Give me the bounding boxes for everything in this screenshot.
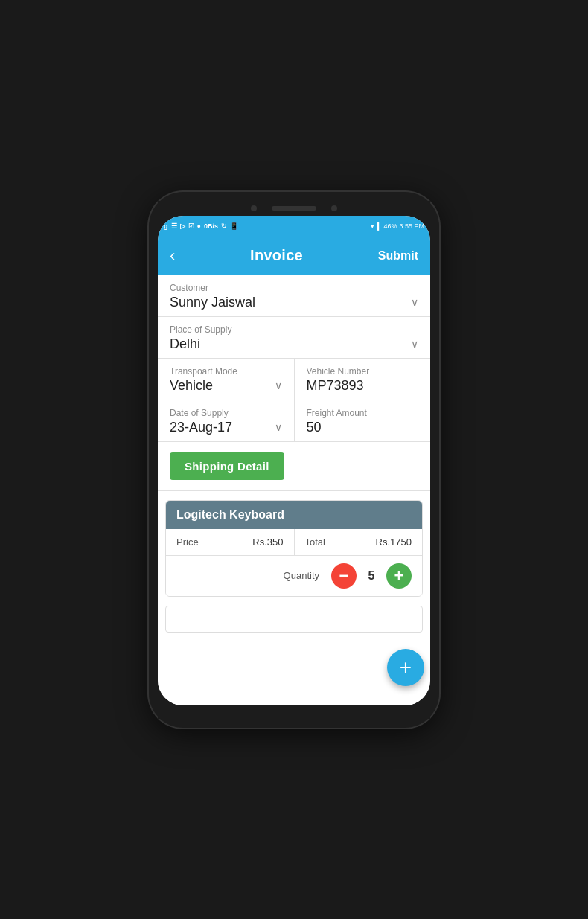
back-button[interactable]: ‹ bbox=[170, 246, 175, 266]
transport-vehicle-row: Transpoart Mode Vehicle ∨ Vehicle Number… bbox=[158, 359, 430, 400]
date-of-supply-field[interactable]: Date of Supply 23-Aug-17 ∨ bbox=[158, 400, 295, 441]
product-header: Logitech Keyboard bbox=[166, 501, 422, 529]
date-of-supply-label: Date of Supply bbox=[170, 408, 282, 418]
place-of-supply-label: Place of Supply bbox=[170, 324, 418, 335]
status-icon-dot: ● bbox=[197, 222, 201, 230]
phone-screen: g ☰ ▷ ☑ ● 0B/s ↻ 📱 ▾ ▌ 46% 3:55 PM ‹ Inv… bbox=[158, 216, 430, 705]
transport-mode-chevron-icon: ∨ bbox=[275, 380, 282, 391]
total-cell: Total Rs.1750 bbox=[295, 529, 423, 555]
transport-mode-field[interactable]: Transpoart Mode Vehicle ∨ bbox=[158, 359, 295, 400]
transport-mode-value-row: Vehicle ∨ bbox=[170, 378, 282, 394]
speaker bbox=[272, 206, 316, 211]
phone-shell: g ☰ ▷ ☑ ● 0B/s ↻ 📱 ▾ ▌ 46% 3:55 PM ‹ Inv… bbox=[149, 192, 439, 728]
qty-plus-button[interactable]: + bbox=[386, 563, 412, 589]
transport-mode-label: Transpoart Mode bbox=[170, 366, 282, 377]
date-of-supply-value: 23-Aug-17 bbox=[170, 420, 232, 435]
status-icon-phone: 📱 bbox=[230, 222, 238, 230]
qty-label: Quantity bbox=[284, 570, 319, 581]
status-wifi-icon: ▾ bbox=[371, 222, 374, 230]
date-of-supply-chevron-icon: ∨ bbox=[275, 421, 282, 433]
status-signal-icon: ▌ bbox=[377, 222, 381, 230]
status-right: ▾ ▌ 46% 3:55 PM bbox=[371, 222, 424, 230]
vehicle-number-value-row: MP73893 bbox=[307, 378, 419, 394]
shipping-btn-area: Shipping Detail bbox=[158, 442, 430, 491]
product-qty-row: Quantity − 5 + bbox=[166, 556, 422, 596]
phone-top-bar bbox=[158, 201, 430, 216]
product-price-row: Price Rs.350 Total Rs.1750 bbox=[166, 529, 422, 556]
bottom-stub bbox=[165, 606, 423, 633]
vehicle-number-value: MP73893 bbox=[307, 378, 364, 394]
status-left: g ☰ ▷ ☑ ● 0B/s ↻ 📱 bbox=[164, 222, 238, 230]
product-body: Price Rs.350 Total Rs.1750 Quantity − 5 … bbox=[166, 529, 422, 596]
customer-value: Sunny Jaiswal bbox=[170, 295, 255, 310]
product-name: Logitech Keyboard bbox=[176, 508, 284, 521]
qty-minus-button[interactable]: − bbox=[331, 563, 357, 589]
qty-value: 5 bbox=[364, 569, 379, 583]
vehicle-number-field[interactable]: Vehicle Number MP73893 bbox=[295, 359, 431, 400]
status-icon-msg: ☰ bbox=[171, 222, 177, 230]
place-of-supply-value: Delhi bbox=[170, 336, 200, 352]
date-of-supply-value-row: 23-Aug-17 ∨ bbox=[170, 420, 282, 435]
customer-label: Customer bbox=[170, 283, 418, 293]
camera-dot-right bbox=[331, 205, 337, 211]
freight-amount-value-row: 50 bbox=[307, 420, 419, 435]
place-of-supply-chevron-icon: ∨ bbox=[411, 338, 418, 350]
place-of-supply-value-row: Delhi ∨ bbox=[170, 336, 418, 352]
price-value: Rs.350 bbox=[252, 537, 283, 548]
place-of-supply-field[interactable]: Place of Supply Delhi ∨ bbox=[158, 317, 430, 359]
status-time: 3:55 PM bbox=[399, 222, 424, 230]
vehicle-number-label: Vehicle Number bbox=[307, 366, 419, 377]
submit-button[interactable]: Submit bbox=[378, 249, 418, 263]
status-bar: g ☰ ▷ ☑ ● 0B/s ↻ 📱 ▾ ▌ 46% 3:55 PM bbox=[158, 216, 430, 237]
price-label: Price bbox=[176, 537, 199, 548]
customer-value-row: Sunny Jaiswal ∨ bbox=[170, 295, 418, 310]
fab-add-button[interactable]: + bbox=[387, 649, 424, 686]
freight-amount-label: Freight Amount bbox=[307, 408, 419, 418]
freight-amount-value: 50 bbox=[307, 420, 322, 435]
shipping-detail-button[interactable]: Shipping Detail bbox=[170, 452, 284, 480]
date-freight-row: Date of Supply 23-Aug-17 ∨ Freight Amoun… bbox=[158, 400, 430, 442]
camera-dot bbox=[251, 205, 257, 211]
app-bar: ‹ Invoice Submit bbox=[158, 237, 430, 275]
app-title: Invoice bbox=[250, 247, 303, 264]
status-network: 0B/s bbox=[204, 222, 218, 230]
customer-chevron-icon: ∨ bbox=[411, 296, 418, 308]
status-icon-sync: ↻ bbox=[221, 222, 227, 230]
phone-bottom-bar bbox=[158, 705, 430, 719]
product-card: Logitech Keyboard Price Rs.350 Total Rs.… bbox=[165, 500, 423, 597]
transport-mode-value: Vehicle bbox=[170, 378, 213, 394]
total-label: Total bbox=[305, 537, 325, 548]
freight-amount-field[interactable]: Freight Amount 50 bbox=[295, 400, 431, 441]
status-icon-g: g bbox=[164, 222, 168, 230]
customer-field[interactable]: Customer Sunny Jaiswal ∨ bbox=[158, 275, 430, 317]
price-cell: Price Rs.350 bbox=[166, 529, 295, 555]
total-value: Rs.1750 bbox=[376, 537, 412, 548]
form-content: Customer Sunny Jaiswal ∨ Place of Supply… bbox=[158, 275, 430, 705]
status-icon-play: ▷ bbox=[180, 222, 185, 230]
status-battery: 46% bbox=[383, 222, 397, 230]
status-icon-check: ☑ bbox=[188, 222, 194, 230]
